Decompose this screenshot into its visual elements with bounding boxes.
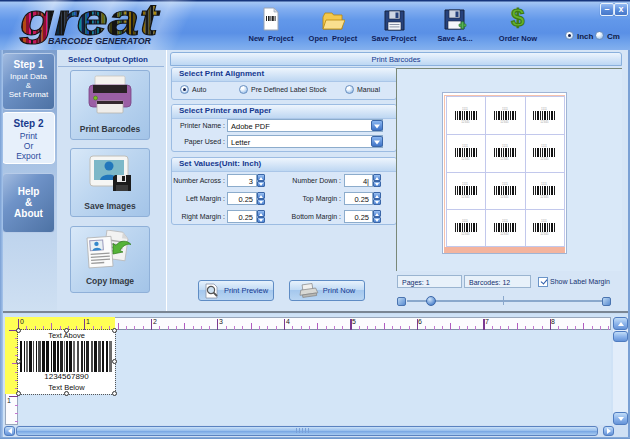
svg-text:$: $ [511, 6, 525, 31]
svg-text:BARCODE GENERATOR: BARCODE GENERATOR [48, 35, 151, 46]
